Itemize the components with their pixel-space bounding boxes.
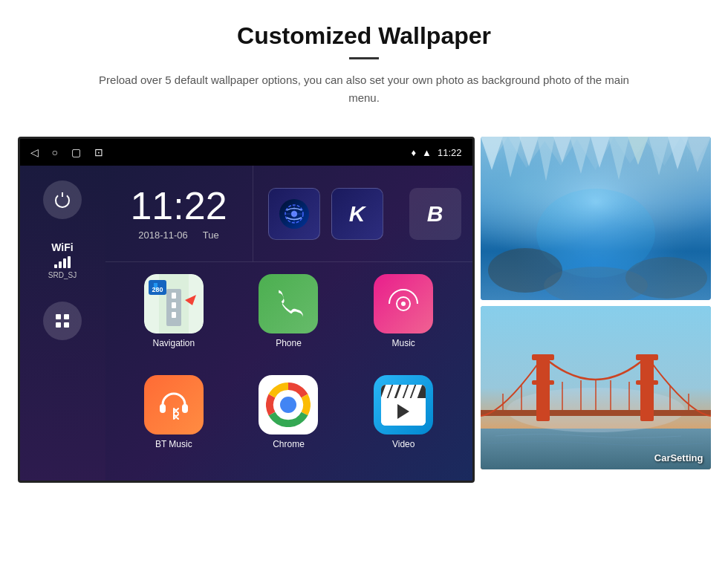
play-icon — [397, 404, 409, 419]
status-left: ◁ ○ ▢ ⊡ — [30, 146, 103, 158]
wifi-anim-inner — [279, 199, 309, 229]
bt-music-icon — [144, 375, 204, 435]
bridge-svg — [481, 306, 711, 469]
app-phone[interactable]: Phone — [235, 274, 342, 368]
svg-rect-13 — [172, 312, 176, 318]
music-icon — [374, 274, 433, 333]
wifi-bar-4 — [68, 256, 71, 268]
car-setting-label: CarSetting — [654, 452, 703, 463]
app-video[interactable]: Video — [350, 375, 458, 469]
svg-rect-20 — [160, 404, 166, 413]
wallpaper-panels: CarSetting — [481, 137, 711, 483]
clock-display: 11:22 — [130, 186, 227, 225]
navigation-label: Navigation — [152, 338, 195, 348]
apps-button[interactable] — [43, 302, 82, 340]
app-grid: 280 Navigation — [105, 262, 472, 481]
clock-widget: 11:22 2018-11-06 Tue — [105, 166, 253, 261]
clapboard — [381, 385, 426, 426]
svg-rect-49 — [532, 380, 554, 385]
video-icon — [374, 375, 433, 435]
chrome-icon — [259, 375, 318, 435]
svg-text:280: 280 — [152, 286, 163, 293]
page-subtitle: Preload over 5 default wallpaper options… — [97, 71, 631, 107]
svg-rect-21 — [182, 404, 188, 413]
b-media-icon[interactable]: B — [409, 188, 461, 240]
page-header: Customized Wallpaper Preload over 5 defa… — [0, 0, 728, 122]
day-value: Tue — [203, 230, 219, 241]
ice-svg — [481, 137, 711, 300]
power-button[interactable] — [43, 180, 82, 219]
wifi-bar-3 — [63, 258, 66, 268]
wifi-animated-icon[interactable] — [268, 188, 320, 240]
wallpaper-bridge[interactable]: CarSetting — [481, 306, 711, 469]
app-bt-music[interactable]: BT Music — [120, 375, 228, 469]
wifi-info: WiFi SRD_SJ — [48, 241, 77, 279]
date-value: 2018-11-06 — [138, 230, 188, 241]
wifi-bar-2 — [59, 261, 62, 268]
content-area: ◁ ○ ▢ ⊡ ♦ ▲ 11:22 — [0, 122, 728, 498]
clap-top — [381, 385, 426, 398]
page-title: Customized Wallpaper — [59, 22, 669, 50]
svg-rect-2 — [56, 322, 61, 328]
top-section: 11:22 2018-11-06 Tue — [105, 166, 472, 262]
android-screen: ◁ ○ ▢ ⊡ ♦ ▲ 11:22 — [18, 137, 475, 483]
wifi-label: WiFi — [51, 241, 73, 253]
image-icon[interactable]: ⊡ — [94, 146, 103, 158]
wifi-ssid: SRD_SJ — [48, 271, 77, 279]
svg-rect-1 — [64, 314, 69, 319]
title-divider — [349, 57, 379, 59]
clap-bottom — [381, 398, 426, 426]
k-label: K — [349, 201, 365, 227]
b-label: B — [427, 201, 443, 227]
wallpaper-ice-cave[interactable] — [481, 137, 711, 300]
app-chrome[interactable]: Chrome — [235, 375, 342, 469]
svg-rect-12 — [172, 302, 176, 308]
home-icon[interactable]: ○ — [52, 146, 58, 158]
svg-rect-3 — [64, 322, 69, 328]
phone-label: Phone — [276, 338, 302, 348]
location-icon: ♦ — [411, 147, 416, 158]
navigation-icon: 280 — [144, 274, 204, 333]
music-label: Music — [391, 338, 415, 348]
status-bar: ◁ ○ ▢ ⊡ ♦ ▲ 11:22 — [20, 139, 472, 166]
chrome-label: Chrome — [273, 439, 305, 449]
phone-icon — [259, 274, 318, 333]
video-label: Video — [392, 439, 415, 449]
svg-point-25 — [284, 400, 293, 409]
svg-rect-11 — [172, 293, 176, 299]
k-media-icon[interactable]: K — [331, 188, 383, 240]
status-right: ♦ ▲ 11:22 — [411, 147, 461, 158]
screen-body: WiFi SRD_SJ — [20, 166, 472, 481]
wifi-bar-1 — [54, 264, 57, 268]
screen-main: 11:22 2018-11-06 Tue — [105, 166, 472, 481]
svg-rect-46 — [481, 410, 711, 416]
app-music[interactable]: Music — [350, 274, 458, 368]
status-time: 11:22 — [438, 147, 462, 158]
svg-rect-52 — [636, 380, 658, 385]
svg-rect-50 — [640, 354, 654, 421]
b-icon-area: B — [398, 166, 472, 261]
svg-point-19 — [401, 302, 406, 306]
recents-icon[interactable]: ▢ — [71, 146, 81, 158]
signal-icon: ▲ — [422, 147, 432, 158]
app-navigation[interactable]: 280 Navigation — [120, 274, 228, 368]
wifi-bars — [54, 256, 71, 268]
svg-rect-0 — [56, 314, 61, 319]
clock-date: 2018-11-06 Tue — [138, 230, 218, 241]
back-icon[interactable]: ◁ — [30, 146, 39, 158]
bt-music-label: BT Music — [155, 439, 192, 449]
media-icons: K — [253, 166, 398, 261]
sidebar: WiFi SRD_SJ — [20, 166, 105, 481]
